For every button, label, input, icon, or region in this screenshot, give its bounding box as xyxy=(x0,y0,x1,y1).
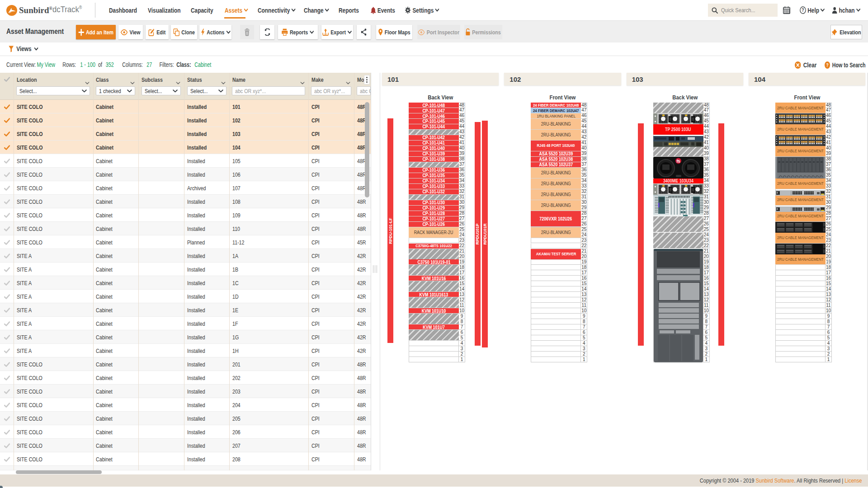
svg-text:f5: f5 xyxy=(676,159,680,163)
svg-text:?: ? xyxy=(826,62,829,68)
svg-text:?: ? xyxy=(802,7,804,13)
